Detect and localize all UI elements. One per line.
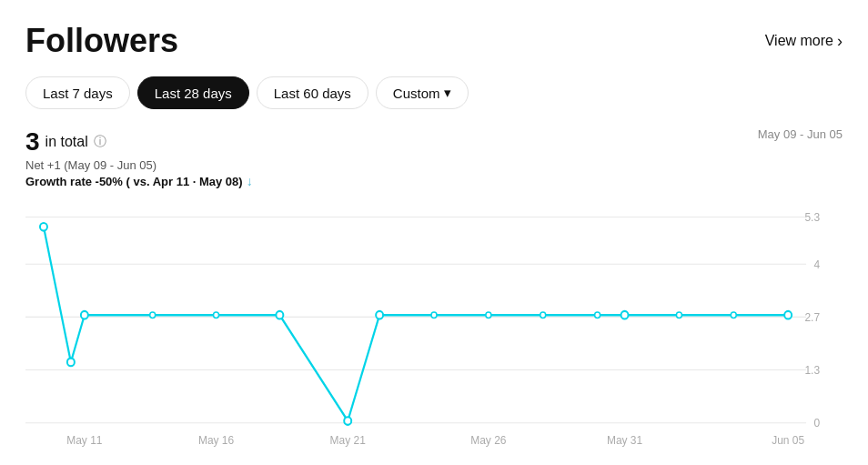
tab-7days[interactable]: Last 7 days [25, 76, 130, 109]
svg-text:5.3: 5.3 [804, 210, 820, 224]
svg-point-13 [150, 312, 156, 318]
total-suffix: in total [45, 134, 88, 150]
svg-text:0: 0 [813, 417, 820, 430]
svg-point-17 [376, 311, 383, 319]
svg-point-10 [40, 223, 47, 231]
svg-text:2.7: 2.7 [804, 310, 820, 324]
svg-point-23 [676, 312, 681, 318]
svg-point-24 [731, 312, 736, 318]
chart-svg: 5.3 4 2.7 1.3 0 May 11 May 16 May 21 May… [25, 197, 843, 452]
svg-point-21 [595, 312, 601, 318]
svg-text:May 11: May 11 [66, 434, 102, 448]
svg-point-12 [81, 311, 88, 319]
svg-point-19 [486, 312, 491, 318]
view-more-link[interactable]: View more › [765, 32, 843, 51]
view-more-label: View more [765, 33, 833, 49]
net-change: Net +1 (May 09 - Jun 05) [25, 158, 253, 172]
chevron-right-icon: › [837, 32, 843, 51]
date-range: May 09 - Jun 05 [758, 127, 843, 141]
svg-text:May 26: May 26 [470, 434, 506, 448]
svg-point-20 [540, 312, 546, 318]
stats-left: 3 in total ⓘ Net +1 (May 09 - Jun 05) Gr… [25, 127, 253, 188]
chevron-down-icon: ▾ [444, 85, 451, 101]
trend-down-icon: ↓ [247, 174, 253, 188]
page-title: Followers [25, 22, 178, 60]
period-tabs: Last 7 days Last 28 days Last 60 days Cu… [25, 76, 843, 109]
svg-text:May 31: May 31 [607, 434, 642, 448]
svg-text:May 16: May 16 [198, 434, 234, 448]
followers-chart: 5.3 4 2.7 1.3 0 May 11 May 16 May 21 May… [25, 197, 843, 452]
svg-text:1.3: 1.3 [804, 363, 820, 377]
growth-rate: Growth rate -50% ( vs. Apr 11 · May 08) … [25, 174, 253, 188]
svg-point-15 [276, 311, 283, 319]
tab-28days[interactable]: Last 28 days [137, 76, 249, 109]
total-number: 3 [25, 127, 40, 157]
total-count: 3 in total ⓘ [25, 127, 253, 157]
info-icon: ⓘ [94, 134, 106, 150]
svg-text:Jun 05: Jun 05 [772, 434, 804, 448]
svg-point-18 [431, 312, 437, 318]
svg-point-14 [214, 312, 219, 318]
tab-custom[interactable]: Custom ▾ [376, 76, 469, 109]
svg-text:May 21: May 21 [330, 434, 366, 448]
growth-rate-text: Growth rate -50% ( vs. Apr 11 · May 08) [25, 175, 243, 188]
svg-text:4: 4 [813, 258, 820, 271]
svg-point-11 [67, 359, 75, 367]
tab-60days[interactable]: Last 60 days [257, 76, 368, 109]
svg-point-16 [344, 417, 351, 425]
stats-row: 3 in total ⓘ Net +1 (May 09 - Jun 05) Gr… [25, 127, 843, 188]
svg-point-22 [621, 311, 629, 319]
svg-point-25 [784, 311, 792, 319]
